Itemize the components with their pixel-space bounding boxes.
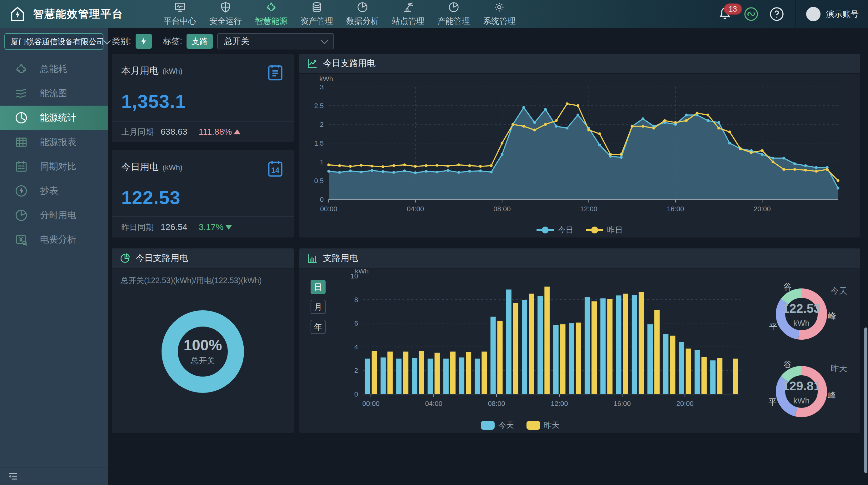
company-name: 厦门锐谷通信设备有限公司 xyxy=(11,36,104,47)
day-usage-card: 今日用电 (kWh) 14 122.53 昨日同期 126.54 3.17% xyxy=(112,150,294,238)
flow-icon xyxy=(14,87,28,100)
legend-swatch xyxy=(526,421,540,430)
bar-chart-legend: 今天昨天 xyxy=(343,420,698,430)
day-compare-value: 126.54 xyxy=(161,222,187,232)
pie-chart-icon xyxy=(14,208,28,222)
branch-select-value: 总开关 xyxy=(224,36,249,47)
sidebar-item-3[interactable]: 能源报表 xyxy=(0,130,108,154)
topnav-item-7[interactable]: 系统管理 xyxy=(481,0,518,30)
svg-text:12:00: 12:00 xyxy=(551,400,568,407)
sidebar-footer xyxy=(0,467,108,485)
sidebar-item-7[interactable]: 电费分析 xyxy=(0,228,108,252)
topnav-item-label: 产能管理 xyxy=(437,16,470,27)
legend-line-marker xyxy=(586,229,603,231)
sidebar-menu: 总能耗能流图能源统计能源报表同期对比抄表分时用电电费分析 xyxy=(0,57,108,252)
svg-text:00:00: 00:00 xyxy=(363,400,380,407)
svg-text:kWh: kWh xyxy=(319,75,333,83)
sidebar-item-6[interactable]: 分时用电 xyxy=(0,203,108,228)
svg-text:0.5: 0.5 xyxy=(314,177,324,185)
collapse-sidebar-icon[interactable] xyxy=(7,471,19,482)
today-branch-donut-panel: 今日支路用电 总开关(122.53)(kWh)/用电(122.53)(kWh) … xyxy=(112,248,294,433)
line-chart-legend: 今日昨日 xyxy=(299,225,860,235)
svg-text:129.81: 129.81 xyxy=(782,379,820,393)
tag-label: 标签: xyxy=(163,36,183,47)
topnav-item-3[interactable]: 资产管理 xyxy=(299,0,335,30)
day-delta: 3.17% xyxy=(199,222,232,232)
app-logo: 智慧能效管理平台 xyxy=(0,5,140,23)
sidebar-item-0[interactable]: 总能耗 xyxy=(0,57,108,81)
svg-text:6: 6 xyxy=(354,320,358,327)
help-icon[interactable] xyxy=(769,6,784,22)
svg-text:2.5: 2.5 xyxy=(314,102,324,110)
svg-text:平: 平 xyxy=(769,322,777,331)
svg-text:08:00: 08:00 xyxy=(488,400,505,407)
svg-text:1: 1 xyxy=(320,158,324,166)
electricity-category-button[interactable] xyxy=(135,34,152,49)
company-select[interactable]: 厦门锐谷通信设备有限公司 xyxy=(4,33,103,50)
topnav-item-2[interactable]: 智慧能源 xyxy=(253,0,289,30)
svg-text:3: 3 xyxy=(320,83,324,91)
topbar: 智慧能效管理平台 平台中心安全运行智慧能源资产管理数据分析站点管理产能管理系统管… xyxy=(0,0,868,28)
account-menu[interactable]: 演示账号 xyxy=(806,7,859,21)
legend-item-今天[interactable]: 今天 xyxy=(481,420,514,430)
period-button-日[interactable]: 日 xyxy=(311,280,326,294)
gear-icon xyxy=(493,1,505,13)
down-triangle-icon xyxy=(225,225,232,230)
sidebar-item-1[interactable]: 能流图 xyxy=(0,81,108,105)
sidebar-item-label: 能源统计 xyxy=(40,112,76,124)
bolt-circle-icon xyxy=(14,184,28,198)
topnav-item-5[interactable]: 站点管理 xyxy=(390,0,426,30)
notifications-button[interactable]: 13 xyxy=(718,6,733,22)
svg-text:谷: 谷 xyxy=(784,282,792,292)
period-selector: 日月年 xyxy=(311,280,326,334)
bar-chart-icon xyxy=(307,252,318,264)
sidebar-item-2[interactable]: 能源统计 xyxy=(0,105,108,130)
legend-item-昨日[interactable]: 昨日 xyxy=(586,225,623,235)
month-usage-card: 本月用电 (kWh) 1,353.1 上月同期 638.63 111.88% xyxy=(112,54,294,142)
legend-line-marker xyxy=(536,229,554,231)
branch-total-donut-chart[interactable]: 100%总开关 xyxy=(137,286,269,417)
month-delta: 111.88% xyxy=(199,127,241,137)
svg-text:kWh: kWh xyxy=(793,319,810,328)
svg-text:谷: 谷 xyxy=(784,360,792,369)
topnav-item-label: 资产管理 xyxy=(301,16,333,27)
topnav-item-4[interactable]: 数据分析 xyxy=(344,0,380,30)
tou-yesterday-donut-chart[interactable]: 峰平谷129.81kWh xyxy=(764,354,839,429)
day-compare-label: 昨日同期 xyxy=(121,222,154,233)
period-button-月[interactable]: 月 xyxy=(311,300,326,314)
legend-item-今日[interactable]: 今日 xyxy=(536,225,574,235)
branch-tag-button[interactable]: 支路 xyxy=(187,34,213,49)
sidebar-item-label: 分时用电 xyxy=(40,209,76,221)
legend-item-昨天[interactable]: 昨天 xyxy=(526,420,560,430)
theme-link-icon[interactable] xyxy=(744,6,758,22)
month-usage-value: 1,353.1 xyxy=(121,91,186,112)
svg-text:12:00: 12:00 xyxy=(580,205,597,213)
pie-icon xyxy=(356,1,368,13)
avatar xyxy=(806,7,820,21)
topbar-divider xyxy=(795,0,796,28)
svg-text:16:00: 16:00 xyxy=(667,205,684,213)
donut-panel-title: 今日支路用电 xyxy=(135,252,188,264)
svg-text:2: 2 xyxy=(354,367,358,374)
sidebar-item-4[interactable]: 同期对比 xyxy=(0,154,108,179)
scrollbar[interactable] xyxy=(864,328,867,473)
period-button-年[interactable]: 年 xyxy=(311,320,326,334)
topnav-item-6[interactable]: 产能管理 xyxy=(436,0,472,30)
today-branch-line-chart[interactable]: kWh00.511.522.5300:0004:0008:0012:0016:0… xyxy=(307,75,850,213)
month-compare-value: 638.63 xyxy=(161,127,187,137)
branch-select[interactable]: 总开关 xyxy=(217,33,334,49)
sidebar-item-5[interactable]: 抄表 xyxy=(0,179,108,203)
topnav-item-1[interactable]: 安全运行 xyxy=(208,0,244,30)
branch-bar-chart[interactable]: kWh024681000:0004:0008:0012:0016:0020:00 xyxy=(343,269,749,416)
topnav-item-label: 数据分析 xyxy=(346,16,379,27)
svg-text:峰: 峰 xyxy=(828,391,836,400)
sidebar-item-label: 能流图 xyxy=(40,87,67,100)
svg-text:平: 平 xyxy=(769,397,777,406)
topnav-item-0[interactable]: 平台中心 xyxy=(162,0,198,30)
svg-text:4: 4 xyxy=(354,343,358,351)
tou-today-donut-chart[interactable]: 峰平谷122.53kWh xyxy=(764,277,839,352)
calendar-icon xyxy=(14,160,28,174)
tou-yesterday-label: 昨天 xyxy=(831,363,847,374)
money-doc-icon xyxy=(14,233,28,247)
bar-panel-title: 支路用电 xyxy=(323,252,358,264)
